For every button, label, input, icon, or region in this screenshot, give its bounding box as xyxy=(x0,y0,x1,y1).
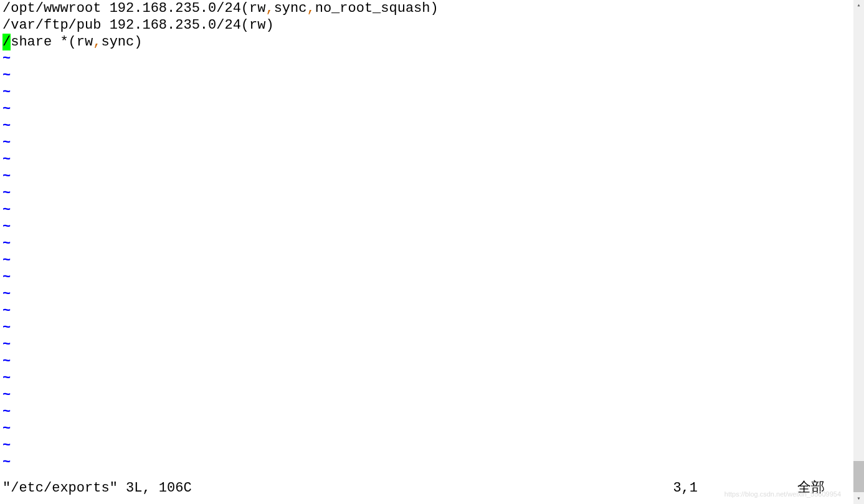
tilde-marker: ~ xyxy=(2,388,11,403)
empty-line: ~ xyxy=(2,252,853,269)
comma: , xyxy=(265,1,273,16)
tilde-marker: ~ xyxy=(2,219,11,235)
tilde-marker: ~ xyxy=(2,202,11,218)
tilde-marker: ~ xyxy=(2,303,11,319)
tilde-marker: ~ xyxy=(2,236,11,252)
text-segment: sync) xyxy=(101,34,142,50)
scroll-down-button[interactable]: ▾ xyxy=(853,493,864,504)
scroll-up-button[interactable]: ▴ xyxy=(853,0,864,11)
comma: , xyxy=(306,1,315,16)
empty-line: ~ xyxy=(2,370,853,387)
empty-line: ~ xyxy=(2,67,853,84)
content-line-3: /share *(rw,sync) xyxy=(2,34,853,50)
empty-line: ~ xyxy=(2,185,853,202)
tilde-marker: ~ xyxy=(2,270,11,285)
comma: , xyxy=(93,34,101,50)
tilde-marker: ~ xyxy=(2,421,11,437)
empty-line: ~ xyxy=(2,353,853,370)
empty-line: ~ xyxy=(2,404,853,421)
tilde-marker: ~ xyxy=(2,404,11,420)
vim-editor-area[interactable]: /opt/wwwroot 192.168.235.0/24(rw,sync,no… xyxy=(0,0,853,504)
content-line-1: /opt/wwwroot 192.168.235.0/24(rw,sync,no… xyxy=(2,0,853,17)
tilde-marker: ~ xyxy=(2,253,11,269)
tilde-marker: ~ xyxy=(2,337,11,353)
tilde-marker: ~ xyxy=(2,354,11,369)
watermark-text: https://blog.csdn.net/weixin_55609954 xyxy=(724,486,841,503)
empty-line: ~ xyxy=(2,219,853,235)
empty-line: ~ xyxy=(2,286,853,303)
tilde-marker: ~ xyxy=(2,135,11,151)
tilde-marker: ~ xyxy=(2,186,11,201)
empty-line: ~ xyxy=(2,437,853,454)
vim-status-bar: "/etc/exports" 3L, 106C 3,1 全部 xyxy=(2,480,850,497)
status-file-info: "/etc/exports" 3L, 106C xyxy=(2,480,192,497)
tilde-marker: ~ xyxy=(2,102,11,117)
text-segment: sync xyxy=(274,1,307,16)
tilde-marker: ~ xyxy=(2,287,11,302)
tilde-marker: ~ xyxy=(2,320,11,336)
scrollbar-thumb[interactable] xyxy=(853,461,864,492)
vertical-scrollbar[interactable]: ▴ ▾ xyxy=(853,0,864,504)
empty-line: ~ xyxy=(2,421,853,437)
text-segment: no_root_squash) xyxy=(315,1,439,16)
empty-line: ~ xyxy=(2,269,853,286)
empty-line: ~ xyxy=(2,454,853,471)
empty-line: ~ xyxy=(2,235,853,252)
empty-line: ~ xyxy=(2,50,853,67)
tilde-marker: ~ xyxy=(2,68,11,83)
empty-line: ~ xyxy=(2,168,853,185)
empty-line: ~ xyxy=(2,202,853,219)
tilde-marker: ~ xyxy=(2,169,11,184)
tilde-marker: ~ xyxy=(2,438,11,454)
text-segment: share *(rw xyxy=(11,34,93,50)
empty-line: ~ xyxy=(2,303,853,320)
empty-line: ~ xyxy=(2,118,853,135)
empty-lines-container: ~~~~~~~~~~~~~~~~~~~~~~~~~ xyxy=(2,50,853,471)
tilde-marker: ~ xyxy=(2,51,11,67)
tilde-marker: ~ xyxy=(2,85,11,100)
cursor: / xyxy=(2,34,11,50)
text-segment: /opt/wwwroot 192.168.235.0/24(rw xyxy=(2,1,265,16)
text-segment: /var/ftp/pub 192.168.235.0/24(rw) xyxy=(2,17,274,33)
empty-line: ~ xyxy=(2,336,853,353)
empty-line: ~ xyxy=(2,84,853,101)
empty-line: ~ xyxy=(2,320,853,336)
content-line-2: /var/ftp/pub 192.168.235.0/24(rw) xyxy=(2,17,853,34)
tilde-marker: ~ xyxy=(2,371,11,386)
tilde-marker: ~ xyxy=(2,152,11,168)
status-spacer xyxy=(192,480,673,497)
empty-line: ~ xyxy=(2,101,853,118)
empty-line: ~ xyxy=(2,151,853,168)
empty-line: ~ xyxy=(2,135,853,151)
tilde-marker: ~ xyxy=(2,455,11,470)
tilde-marker: ~ xyxy=(2,118,11,134)
empty-line: ~ xyxy=(2,387,853,404)
